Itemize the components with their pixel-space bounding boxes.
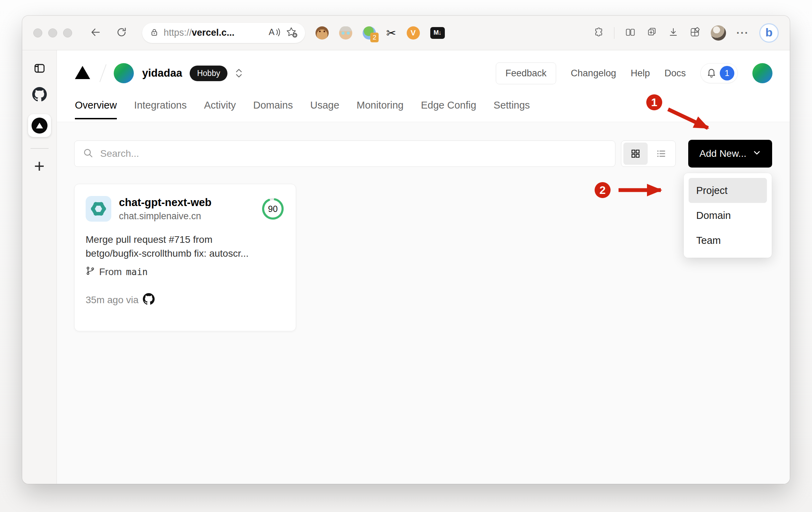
team-name[interactable]: yidadaa [142, 67, 182, 79]
workspaces-icon[interactable] [689, 27, 700, 39]
tab-usage[interactable]: Usage [310, 100, 339, 119]
split-screen-icon[interactable] [625, 27, 636, 39]
github-deploy-icon [143, 293, 155, 307]
toolbar-divider [614, 27, 614, 39]
browser-toolbar: https://vercel.c... A 2 ✂ V M↓ ··· b [22, 16, 790, 50]
vercel-page: yidadaa Hobby Feedback Changelog Help Do… [57, 50, 790, 484]
address-bar[interactable]: https://vercel.c... A [142, 23, 305, 43]
v-extension-icon[interactable]: V [407, 26, 420, 40]
branch-line: From main [86, 266, 285, 278]
branch-name: main [126, 267, 148, 277]
tampermonkey-extension-icon[interactable] [316, 26, 329, 40]
tab-edge-config[interactable]: Edge Config [421, 100, 476, 119]
bell-icon [706, 67, 717, 79]
vercel-tabs: Overview Integrations Activity Domains U… [74, 100, 772, 119]
tab-settings[interactable]: Settings [494, 100, 530, 119]
add-new-button[interactable]: Add New... [688, 140, 772, 168]
dropdown-item-team[interactable]: Team [689, 228, 767, 253]
docs-link[interactable]: Docs [664, 68, 686, 79]
back-button[interactable] [89, 26, 101, 40]
project-logo-tile [86, 196, 111, 222]
breadcrumb-slash [100, 64, 106, 82]
project-domain[interactable]: chat.simplenaive.cn [119, 211, 211, 222]
changelog-link[interactable]: Changelog [571, 68, 616, 79]
tab-overview[interactable]: Overview [75, 100, 117, 119]
sidebar-divider [31, 148, 49, 149]
help-link[interactable]: Help [631, 68, 650, 79]
tab-monitoring[interactable]: Monitoring [357, 100, 404, 119]
edge-sidebar: + [22, 50, 57, 484]
dropdown-item-domain[interactable]: Domain [689, 203, 767, 228]
github-sidebar-icon[interactable] [32, 87, 47, 103]
controls-row: Add New... [74, 140, 772, 168]
tab-integrations[interactable]: Integrations [134, 100, 187, 119]
granny-extension-icon[interactable] [339, 26, 352, 40]
vercel-triangle-logo[interactable] [74, 65, 91, 81]
sidebar-panel-icon[interactable] [33, 62, 46, 76]
tab-activity[interactable]: Activity [204, 100, 236, 119]
search-input[interactable] [100, 148, 607, 159]
deploy-meta: 35m ago via [86, 293, 285, 307]
commit-message: Merge pull request #715 from betgo/bugfi… [86, 233, 285, 261]
vercel-header: yidadaa Hobby Feedback Changelog Help Do… [57, 50, 790, 122]
branch-prefix: From [99, 266, 122, 278]
favorite-star-icon[interactable] [286, 27, 297, 39]
downloads-icon[interactable] [668, 27, 679, 39]
extension-badge: 2 [370, 33, 379, 42]
notifications-button[interactable]: 1 [700, 63, 738, 83]
grid-view-button[interactable] [623, 143, 648, 165]
sidebar-add-icon[interactable]: + [34, 160, 44, 172]
chevron-down-icon [753, 148, 761, 159]
vercel-sidebar-icon-active[interactable] [28, 114, 51, 137]
user-avatar[interactable] [752, 63, 772, 83]
lock-icon [150, 28, 159, 38]
extension-icons: 2 ✂ V M↓ [316, 26, 445, 40]
annotation-step-2-number: 2 [599, 184, 606, 196]
score-value: 90 [261, 197, 285, 221]
notification-count-badge: 1 [720, 66, 734, 80]
read-aloud-icon[interactable]: A [268, 27, 280, 39]
plan-badge: Hobby [190, 66, 227, 81]
markdown-extension-icon[interactable]: M↓ [430, 27, 445, 39]
window-controls [33, 28, 72, 37]
more-menu-icon[interactable]: ··· [736, 28, 749, 38]
annotation-step-2: 2 [595, 182, 661, 198]
scissors-extension-icon[interactable]: ✂ [386, 27, 396, 39]
view-toggle [621, 140, 676, 167]
window-close-button[interactable] [33, 28, 42, 37]
tab-domains[interactable]: Domains [253, 100, 293, 119]
bing-chat-icon[interactable]: b [759, 23, 779, 43]
window-minimize-button[interactable] [48, 28, 57, 37]
browser-profile-avatar[interactable] [711, 25, 726, 41]
team-avatar[interactable] [114, 63, 134, 83]
project-card[interactable]: chat-gpt-next-web chat.simplenaive.cn 90… [74, 184, 296, 331]
add-new-dropdown: Project Domain Team [684, 173, 772, 258]
refresh-icon [116, 26, 128, 40]
browser-window: https://vercel.c... A 2 ✂ V M↓ ··· b [22, 16, 790, 484]
vercel-logo-icon [32, 118, 47, 134]
refresh-button[interactable] [116, 26, 128, 40]
team-switcher-button[interactable] [234, 68, 243, 78]
project-name[interactable]: chat-gpt-next-web [119, 196, 211, 210]
window-zoom-button[interactable] [63, 28, 72, 37]
collections-icon[interactable] [646, 27, 657, 39]
badge-extension-icon[interactable]: 2 [363, 26, 376, 40]
search-icon [83, 148, 93, 160]
toolbar-right-icons: ··· b [593, 23, 779, 43]
openai-logo-icon [90, 200, 107, 217]
search-box[interactable] [74, 140, 615, 167]
git-branch-icon [86, 266, 95, 278]
svg-text:A: A [269, 27, 275, 37]
dropdown-item-project[interactable]: Project [689, 178, 767, 203]
list-view-icon [656, 148, 666, 159]
grid-view-icon [630, 148, 641, 159]
feedback-button[interactable]: Feedback [496, 62, 556, 84]
extensions-puzzle-icon[interactable] [593, 27, 604, 39]
score-ring[interactable]: 90 [261, 197, 285, 221]
list-view-button[interactable] [649, 143, 673, 165]
back-arrow-icon [89, 26, 101, 40]
url-text: https://vercel.c... [164, 27, 234, 38]
